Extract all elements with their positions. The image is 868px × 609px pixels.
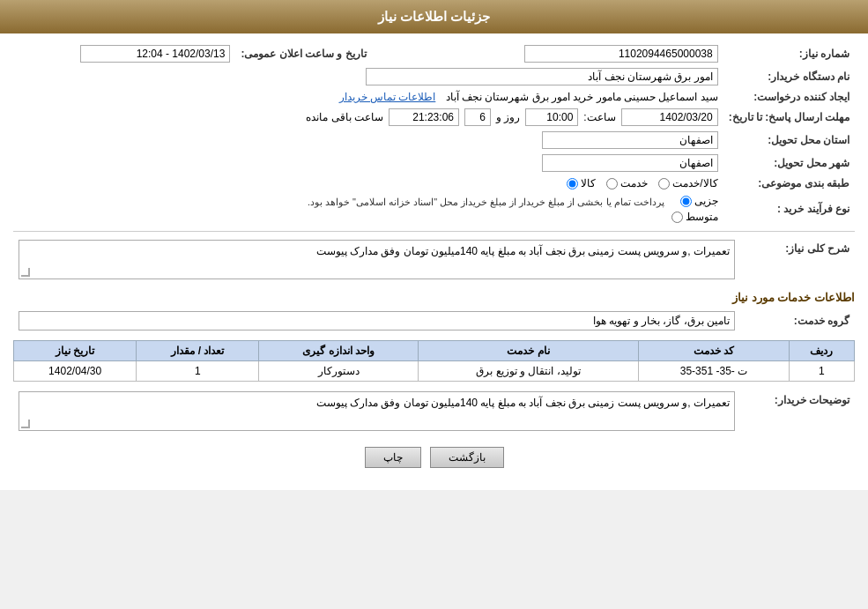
deadline-day: 6 <box>464 108 491 126</box>
cell-name-0: تولید، انتقال و توزیع برق <box>418 361 638 382</box>
description-label: شرح کلی نیاز: <box>740 237 855 282</box>
description-box: تعمیرات ,و سرویس پست زمینی برق نجف آباد … <box>19 240 735 279</box>
cell-unit-0: دستورکار <box>259 361 418 382</box>
purchase-type-note: پرداخت تمام یا بخشی از مبلغ خریدار از مب… <box>308 195 664 211</box>
page-header: جزئیات اطلاعات نیاز <box>0 0 868 33</box>
category-label: طبقه بندی موضوعی: <box>723 175 855 192</box>
purchase-type-option-medium: متوسط <box>671 211 718 223</box>
cell-date-0: 1402/04/30 <box>14 361 137 382</box>
city-label: شهر محل تحویل: <box>723 152 855 175</box>
back-button[interactable]: بازگشت <box>430 447 504 468</box>
buyer-notes-value: تعمیرات ,و سرویس پست زمینی برق نجف آباد … <box>316 397 730 409</box>
category-option-service: خدمت <box>606 177 648 189</box>
print-button[interactable]: چاپ <box>365 447 421 468</box>
deadline-time: 10:00 <box>525 108 578 126</box>
col-header-name: نام خدمت <box>418 341 638 361</box>
deadline-date: 1402/03/20 <box>621 108 718 126</box>
purchase-type-radio-partial[interactable] <box>680 196 692 207</box>
category-option-goods-services: کالا/خدمت <box>658 177 717 189</box>
creator-label: ایجاد کننده درخواست: <box>723 88 855 106</box>
purchase-type-medium-label: متوسط <box>686 211 718 223</box>
category-service-label: خدمت <box>620 177 648 189</box>
col-header-unit: واحد اندازه گیری <box>259 341 418 361</box>
service-group-value: تامین برق، گاز، بخار و تهویه هوا <box>19 311 735 330</box>
date-label: تاریخ و ساعت اعلان عمومی: <box>235 42 371 65</box>
category-goods-label: کالا <box>581 177 596 189</box>
cell-count-0: 1 <box>137 361 259 382</box>
col-header-row: ردیف <box>789 341 854 361</box>
button-group: بازگشت چاپ <box>13 447 855 468</box>
province-label: استان محل تحویل: <box>723 129 855 152</box>
purchase-type-radio-medium[interactable] <box>671 212 683 223</box>
table-row: 1 ت -35- 351-35 تولید، انتقال و توزیع بر… <box>14 361 855 382</box>
province-value: اصفهان <box>542 131 718 149</box>
page-title: جزئیات اطلاعات نیاز <box>378 9 490 24</box>
col-header-code: کد خدمت <box>639 341 789 361</box>
category-radio-goods-services[interactable] <box>658 178 670 189</box>
buyer-org-label: نام دستگاه خریدار: <box>723 65 855 88</box>
date-value: 1402/03/13 - 12:04 <box>80 45 230 63</box>
creator-link[interactable]: اطلاعات تماس خریدار <box>339 91 436 103</box>
cell-row-0: 1 <box>789 361 854 382</box>
services-section-title: اطلاعات خدمات مورد نیاز <box>13 291 855 304</box>
description-value: تعمیرات ,و سرویس پست زمینی برق نجف آباد … <box>316 245 730 257</box>
cell-code-0: ت -35- 351-35 <box>639 361 789 382</box>
buyer-org-value: امور برق شهرستان نجف آباد <box>366 68 718 85</box>
deadline-remaining: 21:23:06 <box>389 108 459 126</box>
deadline-time-label: ساعت: <box>583 111 615 123</box>
category-goods-services-label: کالا/خدمت <box>672 177 717 189</box>
city-value: اصفهان <box>542 154 718 172</box>
need-number-label: شماره نیاز: <box>723 42 855 65</box>
purchase-type-partial-label: جزیی <box>694 195 718 207</box>
col-header-count: تعداد / مقدار <box>137 341 259 361</box>
category-option-goods: کالا <box>567 177 596 189</box>
services-table: ردیف کد خدمت نام خدمت واحد اندازه گیری ت… <box>13 340 855 382</box>
service-group-label: گروه خدمت: <box>740 308 855 333</box>
category-radio-group: کالا/خدمت خدمت کالا <box>19 177 718 189</box>
buyer-notes-resize-handle <box>21 420 30 428</box>
buyer-notes-box: تعمیرات ,و سرویس پست زمینی برق نجف آباد … <box>19 391 735 431</box>
col-header-date: تاریخ نیاز <box>14 341 137 361</box>
category-radio-goods[interactable] <box>567 178 578 189</box>
need-number-value: 1102094465000038 <box>524 45 718 63</box>
purchase-type-option-partial: جزیی <box>671 195 718 207</box>
buyer-notes-label: توضیحات خریدار: <box>740 389 855 434</box>
deadline-label: مهلت ارسال پاسخ: تا تاریخ: <box>723 106 855 129</box>
deadline-remaining-label: ساعت باقی مانده <box>306 111 383 123</box>
creator-value: سید اسماعیل حسینی مامور خرید امور برق شه… <box>446 91 718 103</box>
purchase-type-label: نوع فرآیند خرید : <box>723 192 855 226</box>
category-radio-service[interactable] <box>606 178 618 189</box>
deadline-day-label: روز و <box>496 111 520 123</box>
resize-handle <box>21 268 30 277</box>
